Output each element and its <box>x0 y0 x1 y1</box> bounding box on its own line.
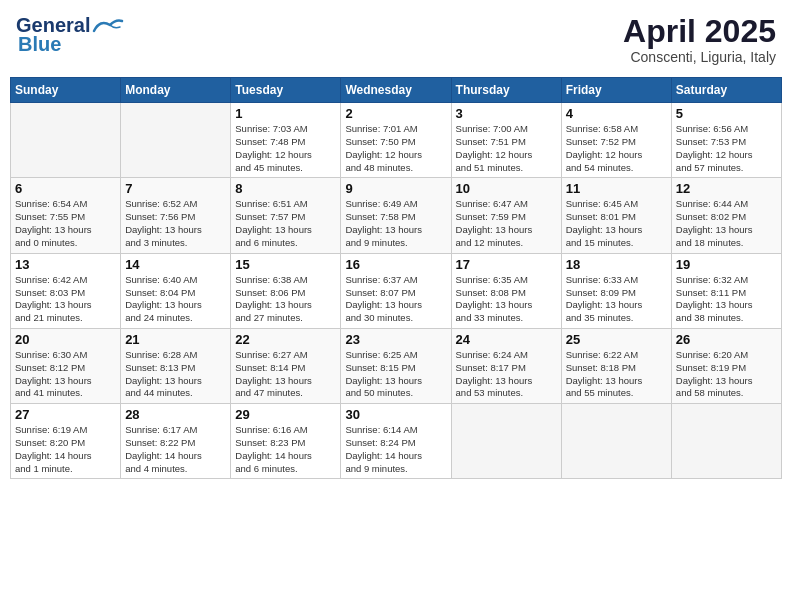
calendar-cell: 12Sunrise: 6:44 AM Sunset: 8:02 PM Dayli… <box>671 178 781 253</box>
day-number: 2 <box>345 106 446 121</box>
day-number: 15 <box>235 257 336 272</box>
calendar-cell <box>561 404 671 479</box>
calendar-cell: 14Sunrise: 6:40 AM Sunset: 8:04 PM Dayli… <box>121 253 231 328</box>
calendar-cell: 18Sunrise: 6:33 AM Sunset: 8:09 PM Dayli… <box>561 253 671 328</box>
day-number: 5 <box>676 106 777 121</box>
day-info: Sunrise: 6:42 AM Sunset: 8:03 PM Dayligh… <box>15 274 116 325</box>
weekday-header-thursday: Thursday <box>451 78 561 103</box>
day-info: Sunrise: 6:44 AM Sunset: 8:02 PM Dayligh… <box>676 198 777 249</box>
calendar-cell: 5Sunrise: 6:56 AM Sunset: 7:53 PM Daylig… <box>671 103 781 178</box>
day-info: Sunrise: 6:30 AM Sunset: 8:12 PM Dayligh… <box>15 349 116 400</box>
page: General Blue April 2025 Conscenti, Ligur… <box>0 0 792 612</box>
day-number: 1 <box>235 106 336 121</box>
weekday-header-friday: Friday <box>561 78 671 103</box>
calendar-week-row: 27Sunrise: 6:19 AM Sunset: 8:20 PM Dayli… <box>11 404 782 479</box>
month-title: April 2025 <box>623 14 776 49</box>
calendar-cell: 4Sunrise: 6:58 AM Sunset: 7:52 PM Daylig… <box>561 103 671 178</box>
day-number: 17 <box>456 257 557 272</box>
day-number: 30 <box>345 407 446 422</box>
logo-bird-icon <box>92 17 124 35</box>
day-info: Sunrise: 6:52 AM Sunset: 7:56 PM Dayligh… <box>125 198 226 249</box>
weekday-header-saturday: Saturday <box>671 78 781 103</box>
calendar-cell: 16Sunrise: 6:37 AM Sunset: 8:07 PM Dayli… <box>341 253 451 328</box>
day-info: Sunrise: 6:27 AM Sunset: 8:14 PM Dayligh… <box>235 349 336 400</box>
calendar-cell: 13Sunrise: 6:42 AM Sunset: 8:03 PM Dayli… <box>11 253 121 328</box>
calendar-week-row: 13Sunrise: 6:42 AM Sunset: 8:03 PM Dayli… <box>11 253 782 328</box>
day-info: Sunrise: 6:20 AM Sunset: 8:19 PM Dayligh… <box>676 349 777 400</box>
day-number: 22 <box>235 332 336 347</box>
day-info: Sunrise: 6:22 AM Sunset: 8:18 PM Dayligh… <box>566 349 667 400</box>
day-info: Sunrise: 6:45 AM Sunset: 8:01 PM Dayligh… <box>566 198 667 249</box>
calendar-cell: 29Sunrise: 6:16 AM Sunset: 8:23 PM Dayli… <box>231 404 341 479</box>
day-info: Sunrise: 6:16 AM Sunset: 8:23 PM Dayligh… <box>235 424 336 475</box>
day-info: Sunrise: 6:28 AM Sunset: 8:13 PM Dayligh… <box>125 349 226 400</box>
calendar-cell: 20Sunrise: 6:30 AM Sunset: 8:12 PM Dayli… <box>11 328 121 403</box>
day-number: 29 <box>235 407 336 422</box>
weekday-header-sunday: Sunday <box>11 78 121 103</box>
calendar-cell <box>121 103 231 178</box>
day-number: 26 <box>676 332 777 347</box>
day-info: Sunrise: 6:40 AM Sunset: 8:04 PM Dayligh… <box>125 274 226 325</box>
day-info: Sunrise: 6:32 AM Sunset: 8:11 PM Dayligh… <box>676 274 777 325</box>
calendar-header-row: SundayMondayTuesdayWednesdayThursdayFrid… <box>11 78 782 103</box>
day-info: Sunrise: 7:03 AM Sunset: 7:48 PM Dayligh… <box>235 123 336 174</box>
day-number: 21 <box>125 332 226 347</box>
weekday-header-tuesday: Tuesday <box>231 78 341 103</box>
day-number: 6 <box>15 181 116 196</box>
weekday-header-wednesday: Wednesday <box>341 78 451 103</box>
logo: General Blue <box>16 14 124 56</box>
day-number: 8 <box>235 181 336 196</box>
calendar-table: SundayMondayTuesdayWednesdayThursdayFrid… <box>10 77 782 479</box>
day-info: Sunrise: 6:17 AM Sunset: 8:22 PM Dayligh… <box>125 424 226 475</box>
day-number: 23 <box>345 332 446 347</box>
day-number: 9 <box>345 181 446 196</box>
calendar-cell: 8Sunrise: 6:51 AM Sunset: 7:57 PM Daylig… <box>231 178 341 253</box>
day-info: Sunrise: 6:14 AM Sunset: 8:24 PM Dayligh… <box>345 424 446 475</box>
day-info: Sunrise: 6:25 AM Sunset: 8:15 PM Dayligh… <box>345 349 446 400</box>
day-number: 7 <box>125 181 226 196</box>
calendar-cell <box>11 103 121 178</box>
calendar-cell: 28Sunrise: 6:17 AM Sunset: 8:22 PM Dayli… <box>121 404 231 479</box>
location-subtitle: Conscenti, Liguria, Italy <box>623 49 776 65</box>
calendar-cell: 3Sunrise: 7:00 AM Sunset: 7:51 PM Daylig… <box>451 103 561 178</box>
day-number: 10 <box>456 181 557 196</box>
day-number: 4 <box>566 106 667 121</box>
calendar-cell <box>671 404 781 479</box>
logo-blue: Blue <box>18 33 61 56</box>
day-number: 3 <box>456 106 557 121</box>
day-info: Sunrise: 6:38 AM Sunset: 8:06 PM Dayligh… <box>235 274 336 325</box>
header: General Blue April 2025 Conscenti, Ligur… <box>10 10 782 69</box>
calendar-cell <box>451 404 561 479</box>
calendar-cell: 30Sunrise: 6:14 AM Sunset: 8:24 PM Dayli… <box>341 404 451 479</box>
day-info: Sunrise: 6:33 AM Sunset: 8:09 PM Dayligh… <box>566 274 667 325</box>
day-number: 14 <box>125 257 226 272</box>
calendar-cell: 2Sunrise: 7:01 AM Sunset: 7:50 PM Daylig… <box>341 103 451 178</box>
day-number: 13 <box>15 257 116 272</box>
day-number: 25 <box>566 332 667 347</box>
day-number: 20 <box>15 332 116 347</box>
calendar-cell: 19Sunrise: 6:32 AM Sunset: 8:11 PM Dayli… <box>671 253 781 328</box>
day-number: 11 <box>566 181 667 196</box>
calendar-cell: 10Sunrise: 6:47 AM Sunset: 7:59 PM Dayli… <box>451 178 561 253</box>
calendar-cell: 21Sunrise: 6:28 AM Sunset: 8:13 PM Dayli… <box>121 328 231 403</box>
day-info: Sunrise: 6:24 AM Sunset: 8:17 PM Dayligh… <box>456 349 557 400</box>
day-info: Sunrise: 6:56 AM Sunset: 7:53 PM Dayligh… <box>676 123 777 174</box>
calendar-week-row: 20Sunrise: 6:30 AM Sunset: 8:12 PM Dayli… <box>11 328 782 403</box>
calendar-cell: 25Sunrise: 6:22 AM Sunset: 8:18 PM Dayli… <box>561 328 671 403</box>
day-info: Sunrise: 6:35 AM Sunset: 8:08 PM Dayligh… <box>456 274 557 325</box>
day-number: 16 <box>345 257 446 272</box>
day-number: 27 <box>15 407 116 422</box>
calendar-cell: 7Sunrise: 6:52 AM Sunset: 7:56 PM Daylig… <box>121 178 231 253</box>
calendar-week-row: 6Sunrise: 6:54 AM Sunset: 7:55 PM Daylig… <box>11 178 782 253</box>
calendar-cell: 11Sunrise: 6:45 AM Sunset: 8:01 PM Dayli… <box>561 178 671 253</box>
title-block: April 2025 Conscenti, Liguria, Italy <box>623 14 776 65</box>
day-info: Sunrise: 6:19 AM Sunset: 8:20 PM Dayligh… <box>15 424 116 475</box>
calendar-cell: 15Sunrise: 6:38 AM Sunset: 8:06 PM Dayli… <box>231 253 341 328</box>
day-info: Sunrise: 7:00 AM Sunset: 7:51 PM Dayligh… <box>456 123 557 174</box>
calendar-cell: 24Sunrise: 6:24 AM Sunset: 8:17 PM Dayli… <box>451 328 561 403</box>
calendar-cell: 22Sunrise: 6:27 AM Sunset: 8:14 PM Dayli… <box>231 328 341 403</box>
day-info: Sunrise: 6:51 AM Sunset: 7:57 PM Dayligh… <box>235 198 336 249</box>
calendar-cell: 6Sunrise: 6:54 AM Sunset: 7:55 PM Daylig… <box>11 178 121 253</box>
calendar-cell: 17Sunrise: 6:35 AM Sunset: 8:08 PM Dayli… <box>451 253 561 328</box>
calendar-cell: 23Sunrise: 6:25 AM Sunset: 8:15 PM Dayli… <box>341 328 451 403</box>
